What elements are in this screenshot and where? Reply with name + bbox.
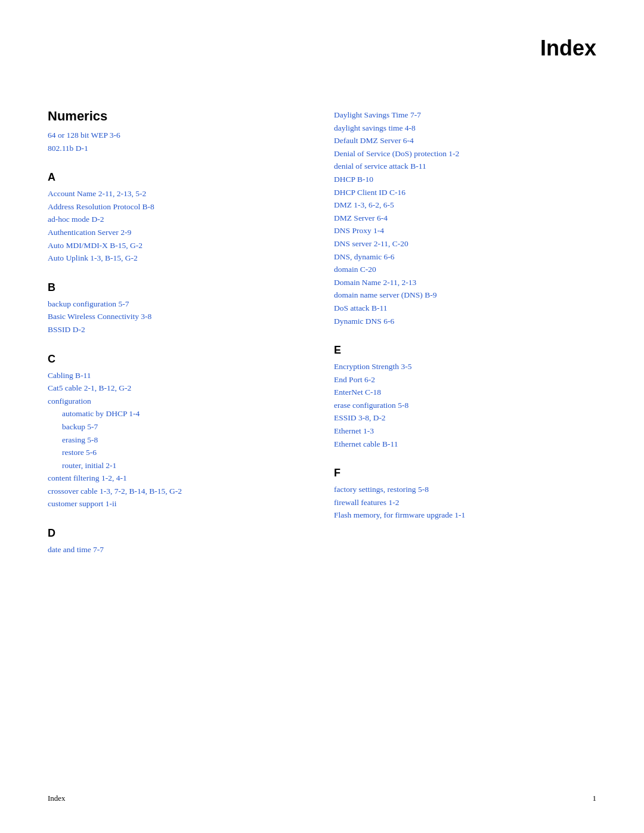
index-link[interactable]: Address Resolution Protocol B-8 [48,200,310,213]
index-link[interactable]: erase configuration 5-8 [334,399,596,412]
index-link[interactable]: 64 or 128 bit WEP 3-6 [48,129,310,142]
index-link[interactable]: configuration [48,395,310,408]
section-a: A Account Name 2-11, 2-13, 5-2 Address R… [48,171,310,265]
index-link[interactable]: DoS attack B-11 [334,302,596,315]
section-e: E Encryption Strength 3-5 End Port 6-2 E… [334,344,596,450]
left-column: Numerics 64 or 128 bit WEP 3-6 802.11b D… [48,109,310,559]
index-link[interactable]: daylight savings time 4-8 [334,122,596,135]
index-sub-link[interactable]: erasing 5-8 [48,433,310,447]
footer-page: 1 [593,794,597,803]
index-link[interactable]: BSSID D-2 [48,323,310,336]
index-link[interactable]: domain name server (DNS) B-9 [334,289,596,302]
index-link[interactable]: Flash memory, for firmware upgrade 1-1 [334,509,596,522]
index-link[interactable]: denial of service attack B-11 [334,160,596,173]
index-link[interactable]: Cat5 cable 2-1, B-12, G-2 [48,382,310,395]
index-link[interactable]: Cabling B-11 [48,369,310,382]
section-c: C Cabling B-11 Cat5 cable 2-1, B-12, G-2… [48,353,310,511]
index-link[interactable]: Ethernet cable B-11 [334,438,596,451]
footer: Index 1 [48,794,596,803]
page-title: Index [48,36,596,61]
section-b: B backup configuration 5-7 Basic Wireles… [48,281,310,336]
index-link[interactable]: firewall features 1-2 [334,496,596,509]
index-link[interactable]: DMZ 1-3, 6-2, 6-5 [334,199,596,212]
index-link[interactable]: customer support 1-ii [48,497,310,510]
index-link[interactable]: Default DMZ Server 6-4 [334,134,596,147]
index-link[interactable]: crossover cable 1-3, 7-2, B-14, B-15, G-… [48,485,310,498]
content-columns: Numerics 64 or 128 bit WEP 3-6 802.11b D… [48,109,596,559]
index-link[interactable]: DNS Proxy 1-4 [334,224,596,237]
index-sub-link[interactable]: automatic by DHCP 1-4 [48,407,310,420]
index-sub-link[interactable]: router, initial 2-1 [48,459,310,472]
index-link[interactable]: DNS, dynamic 6-6 [334,250,596,264]
section-d-left: D date and time 7-7 [48,527,310,556]
heading-e: E [334,344,596,357]
index-link[interactable]: date and time 7-7 [48,543,310,556]
index-link[interactable]: Account Name 2-11, 2-13, 5-2 [48,187,310,200]
numerics-heading: Numerics [48,109,310,124]
index-link[interactable]: DNS server 2-11, C-20 [334,237,596,250]
index-link[interactable]: DHCP Client ID C-16 [334,186,596,199]
index-link[interactable]: Auto MDI/MDI-X B-15, G-2 [48,239,310,252]
index-link[interactable]: 802.11b D-1 [48,142,310,155]
index-link[interactable]: Encryption Strength 3-5 [334,360,596,373]
page-container: Index Numerics 64 or 128 bit WEP 3-6 802… [0,0,644,833]
index-sub-link[interactable]: backup 5-7 [48,420,310,433]
index-link[interactable]: End Port 6-2 [334,373,596,386]
index-link[interactable]: Basic Wireless Connectivity 3-8 [48,310,310,323]
index-link[interactable]: Dynamic DNS 6-6 [334,315,596,328]
index-link[interactable]: DHCP B-10 [334,173,596,186]
index-link[interactable]: Domain Name 2-11, 2-13 [334,276,596,289]
index-link[interactable]: factory settings, restoring 5-8 [334,483,596,496]
heading-f: F [334,467,596,479]
index-sub-link[interactable]: restore 5-6 [48,446,310,459]
index-link[interactable]: Denial of Service (DoS) protection 1-2 [334,147,596,160]
index-link[interactable]: ad-hoc mode D-2 [48,213,310,226]
right-column: Daylight Savings Time 7-7 daylight savin… [334,109,596,559]
index-link[interactable]: backup configuration 5-7 [48,298,310,311]
section-d-right: Daylight Savings Time 7-7 daylight savin… [334,109,596,327]
index-link[interactable]: Auto Uplink 1-3, B-15, G-2 [48,252,310,265]
index-link[interactable]: EnterNet C-18 [334,386,596,399]
index-link[interactable]: DMZ Server 6-4 [334,212,596,225]
index-link[interactable]: Daylight Savings Time 7-7 [334,109,596,122]
heading-d: D [48,527,310,540]
index-link[interactable]: content filtering 1-2, 4-1 [48,472,310,485]
heading-b: B [48,281,310,294]
index-link[interactable]: Authentication Server 2-9 [48,226,310,239]
heading-a: A [48,171,310,184]
numerics-section: Numerics 64 or 128 bit WEP 3-6 802.11b D… [48,109,310,154]
index-link[interactable]: ESSID 3-8, D-2 [334,411,596,425]
heading-c: C [48,353,310,366]
footer-label: Index [48,794,66,803]
index-link[interactable]: domain C-20 [334,263,596,276]
section-f: F factory settings, restoring 5-8 firewa… [334,467,596,522]
index-link[interactable]: Ethernet 1-3 [334,425,596,438]
